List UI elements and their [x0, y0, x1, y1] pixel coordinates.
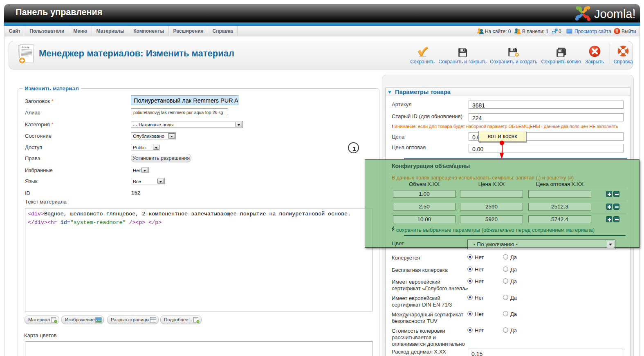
svg-text:Joomla!: Joomla!	[594, 7, 636, 20]
svg-text:Article: Article	[22, 46, 30, 49]
